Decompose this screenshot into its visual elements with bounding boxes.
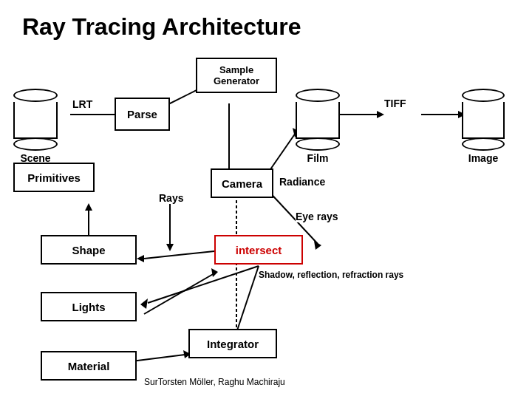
shape-box: Shape bbox=[41, 235, 137, 265]
camera-label: Camera bbox=[222, 177, 262, 190]
svg-marker-21 bbox=[140, 299, 148, 309]
sample-generator-label: Sample Generator bbox=[197, 64, 276, 86]
integrator-box: Integrator bbox=[188, 329, 277, 358]
svg-marker-19 bbox=[85, 203, 92, 211]
integrator-label: Integrator bbox=[207, 338, 259, 350]
scene-cylinder: Scene bbox=[13, 89, 58, 164]
intersect-label: intersect bbox=[236, 244, 282, 256]
primitives-box: Primitives bbox=[13, 163, 95, 192]
svg-line-20 bbox=[148, 266, 259, 303]
credit-label: Torsten Möller, Raghu Machiraju bbox=[158, 377, 285, 387]
shape-label: Shape bbox=[72, 244, 105, 256]
image-label: Image bbox=[468, 152, 498, 164]
svg-line-22 bbox=[144, 273, 214, 314]
svg-line-16 bbox=[144, 251, 214, 259]
image-cylinder: Image bbox=[462, 89, 505, 164]
parse-box: Parse bbox=[115, 98, 170, 131]
parse-label: Parse bbox=[127, 108, 157, 120]
page-title: Ray Tracing Architecture bbox=[0, 0, 532, 41]
lrt-label: LRT bbox=[72, 98, 92, 110]
intersect-box: intersect bbox=[214, 235, 303, 265]
camera-box: Camera bbox=[211, 168, 273, 198]
svg-line-24 bbox=[236, 266, 259, 332]
shadow-label: Shadow, reflection, refraction rays bbox=[259, 270, 403, 280]
tiff-label: TIFF bbox=[384, 98, 406, 109]
lights-box: Lights bbox=[41, 292, 137, 321]
material-box: Material bbox=[41, 351, 137, 381]
radiance-label: Radiance bbox=[279, 176, 325, 188]
svg-marker-15 bbox=[166, 244, 174, 251]
surface-credit-label: SurTorsten Möller, Raghu Machiraju bbox=[144, 377, 285, 387]
film-cylinder: Film bbox=[296, 89, 340, 164]
sample-generator-box: Sample Generator bbox=[196, 58, 277, 93]
primitives-label: Primitives bbox=[27, 171, 81, 184]
svg-marker-23 bbox=[211, 268, 218, 277]
rays-label: Rays bbox=[159, 192, 183, 204]
svg-marker-7 bbox=[377, 111, 384, 118]
material-label: Material bbox=[68, 360, 110, 372]
film-label: Film bbox=[307, 152, 329, 164]
svg-marker-17 bbox=[137, 255, 144, 262]
surface-label: Sur bbox=[144, 377, 158, 387]
eye-rays-label: Eye rays bbox=[296, 211, 338, 222]
lights-label: Lights bbox=[72, 301, 106, 313]
svg-marker-13 bbox=[314, 241, 321, 250]
